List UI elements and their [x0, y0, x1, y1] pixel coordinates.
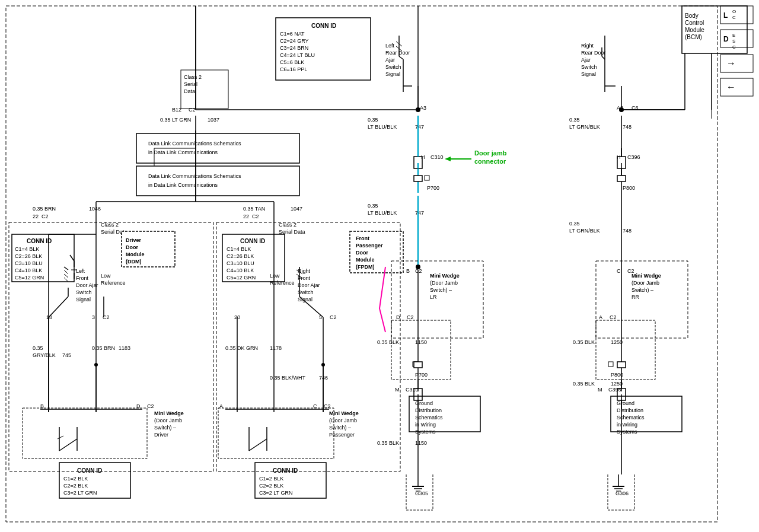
svg-text:1183: 1183 — [119, 345, 130, 351]
svg-text:1037: 1037 — [208, 117, 219, 123]
svg-text:745: 745 — [62, 352, 71, 358]
svg-text:Switch: Switch — [298, 289, 314, 295]
svg-text:C3=10 BLU: C3=10 BLU — [227, 260, 254, 266]
svg-text:Reference: Reference — [101, 280, 126, 286]
svg-text:Low: Low — [101, 273, 111, 279]
svg-text:H: H — [421, 154, 425, 160]
svg-text:1150: 1150 — [415, 339, 427, 345]
svg-text:←: ← — [726, 82, 736, 92]
svg-text:C4=10 BLK: C4=10 BLK — [15, 267, 42, 273]
svg-text:LR: LR — [430, 294, 437, 300]
svg-text:Switch: Switch — [581, 64, 597, 70]
svg-text:0.35: 0.35 — [569, 221, 580, 227]
svg-text:0.35 LT GRN: 0.35 LT GRN — [160, 117, 191, 123]
svg-text:0.35 BLK: 0.35 BLK — [377, 339, 399, 345]
svg-text:Rear Door: Rear Door — [385, 50, 410, 56]
svg-text:C5=12 GRN: C5=12 GRN — [15, 275, 44, 281]
svg-text:Signal: Signal — [581, 71, 596, 77]
svg-text:0.35 BRN: 0.35 BRN — [92, 345, 115, 351]
svg-text:C5=6 BLK: C5=6 BLK — [280, 59, 304, 65]
svg-text:Left: Left — [76, 268, 85, 274]
svg-rect-320 — [414, 362, 422, 368]
svg-text:C2: C2 — [330, 314, 337, 320]
svg-text:C310: C310 — [406, 387, 419, 393]
svg-point-338 — [94, 363, 98, 367]
svg-text:(Door Jamb: (Door Jamb — [430, 280, 458, 286]
svg-text:C396: C396 — [608, 387, 621, 393]
svg-text:0.35: 0.35 — [368, 117, 378, 123]
svg-text:0.35 DK GRN: 0.35 DK GRN — [225, 345, 258, 351]
svg-text:CONN ID: CONN ID — [77, 467, 102, 474]
svg-text:Switch) –: Switch) – — [430, 287, 452, 293]
svg-text:Switch: Switch — [385, 64, 401, 70]
svg-text:C2: C2 — [252, 214, 259, 219]
svg-text:(FPDM): (FPDM) — [356, 264, 375, 270]
svg-text:A: A — [599, 314, 602, 320]
svg-text:Mini Wedge: Mini Wedge — [430, 273, 460, 279]
svg-text:Passenger: Passenger — [329, 432, 355, 438]
svg-text:0.35: 0.35 — [368, 203, 378, 209]
svg-text:LT BLU/BLK: LT BLU/BLK — [368, 210, 397, 216]
svg-text:(Door Jamb: (Door Jamb — [154, 418, 182, 423]
svg-text:748: 748 — [623, 228, 632, 234]
svg-text:Body: Body — [685, 12, 699, 19]
svg-text:C310: C310 — [430, 154, 444, 160]
svg-text:C3=10 BLU: C3=10 BLU — [15, 260, 43, 266]
svg-point-328 — [416, 107, 420, 112]
svg-text:Right: Right — [581, 43, 594, 49]
svg-text:C1=2 BLK: C1=2 BLK — [259, 476, 283, 482]
svg-text:S: S — [732, 39, 735, 44]
svg-text:C: C — [732, 15, 736, 20]
svg-text:(Door Jamb: (Door Jamb — [329, 418, 357, 423]
svg-text:Ajar: Ajar — [385, 57, 395, 63]
svg-text:C2: C2 — [42, 214, 49, 219]
svg-text:Switch) –: Switch) – — [329, 425, 351, 431]
svg-text:0.35: 0.35 — [569, 117, 580, 123]
svg-text:C2: C2 — [147, 403, 154, 409]
svg-text:C1=4 BLK: C1=4 BLK — [15, 246, 39, 252]
svg-rect-319 — [617, 176, 626, 181]
svg-text:1178: 1178 — [270, 345, 282, 351]
svg-text:Systems: Systems — [617, 429, 637, 435]
svg-text:Module: Module — [685, 27, 704, 33]
svg-text:RR: RR — [632, 294, 639, 300]
svg-text:Door: Door — [126, 244, 138, 250]
svg-text:Class 2: Class 2 — [184, 74, 202, 80]
svg-text:Data: Data — [184, 88, 195, 94]
svg-text:C4=10 BLK: C4=10 BLK — [227, 267, 254, 273]
svg-text:connector: connector — [474, 158, 506, 165]
svg-text:M: M — [598, 387, 602, 393]
svg-text:0.35 BLK: 0.35 BLK — [377, 440, 399, 446]
svg-text:C1=4 BLK: C1=4 BLK — [227, 246, 251, 252]
svg-text:C2=24 GRY: C2=24 GRY — [280, 38, 309, 44]
svg-text:Front: Front — [76, 275, 89, 281]
svg-text:Control: Control — [685, 20, 704, 26]
svg-text:LT GRN/BLK: LT GRN/BLK — [569, 228, 600, 234]
svg-text:O: O — [732, 9, 736, 14]
wiring-diagram: Body Control Module (BCM) L O C D E S C … — [0, 0, 759, 532]
svg-text:B: B — [406, 268, 410, 274]
svg-text:Door: Door — [356, 250, 368, 256]
svg-text:Front: Front — [356, 235, 369, 241]
svg-text:C3=24 BRN: C3=24 BRN — [280, 45, 308, 51]
svg-text:Left: Left — [385, 43, 395, 49]
svg-text:Door Ajar: Door Ajar — [76, 282, 98, 288]
svg-text:C396: C396 — [627, 154, 640, 160]
svg-text:Mini Wedge: Mini Wedge — [154, 410, 184, 416]
svg-text:E: E — [732, 33, 735, 38]
svg-text:P700: P700 — [427, 185, 439, 191]
svg-text:in Wiring: in Wiring — [617, 422, 637, 428]
svg-text:Mini Wedge: Mini Wedge — [329, 410, 359, 416]
svg-text:Schematics: Schematics — [415, 415, 443, 420]
svg-text:0.35 BLK: 0.35 BLK — [573, 339, 595, 345]
svg-text:Signal: Signal — [385, 71, 400, 77]
svg-text:C2: C2 — [610, 314, 617, 320]
svg-text:0.35 BLK: 0.35 BLK — [573, 381, 595, 387]
svg-text:Module: Module — [356, 257, 375, 263]
svg-text:C2: C2 — [189, 107, 196, 113]
svg-text:C1=2 BLK: C1=2 BLK — [63, 476, 88, 482]
svg-text:(Door Jamb: (Door Jamb — [632, 280, 659, 286]
svg-text:→: → — [726, 58, 736, 68]
svg-rect-318 — [414, 176, 422, 181]
svg-text:LT GRN/BLK: LT GRN/BLK — [569, 124, 600, 130]
